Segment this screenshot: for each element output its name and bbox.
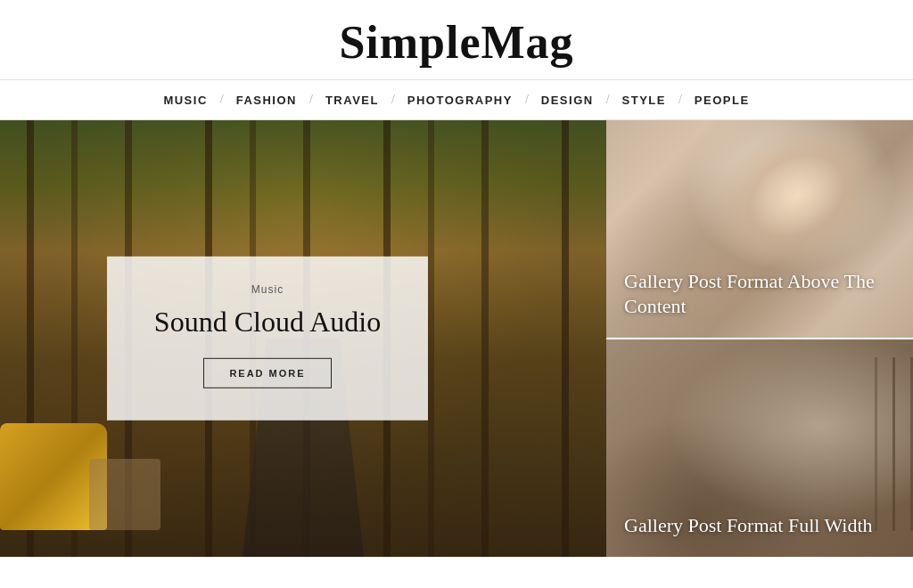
sidebar-post-top[interactable]: Gallery Post Format Above The Content <box>606 120 913 339</box>
sidebar-post-top-title: Gallery Post Format Above The Content <box>624 269 895 320</box>
featured-post[interactable]: Music Sound Cloud Audio READ MORE <box>0 120 606 557</box>
sidebar-post-bottom[interactable]: Gallery Post Format Full Width <box>606 339 913 557</box>
nav-link-music[interactable]: MUSIC <box>151 94 219 107</box>
nav-item-fashion: FASHION <box>224 94 309 107</box>
sidebar-post-bottom-title: Gallery Post Format Full Width <box>624 513 895 539</box>
nav-link-fashion[interactable]: FASHION <box>224 94 309 107</box>
content-area: Music Sound Cloud Audio READ MORE Galler… <box>0 120 913 557</box>
nav-item-design: DESIGN <box>529 94 606 107</box>
nav-link-travel[interactable]: TRAVEL <box>313 94 391 107</box>
sidebar-posts: Gallery Post Format Above The Content Ga… <box>606 120 913 557</box>
nav-item-people: PEOPLE <box>682 94 762 107</box>
post-title: Sound Cloud Audio <box>143 305 392 339</box>
nav-item-travel: TRAVEL <box>313 94 391 107</box>
nav-list: MUSIC / FASHION / TRAVEL / PHOTOGRAPHY /… <box>0 93 913 107</box>
nav-item-photography: PHOTOGRAPHY <box>395 94 525 107</box>
nav-item-music: MUSIC <box>151 94 219 107</box>
main-nav: MUSIC / FASHION / TRAVEL / PHOTOGRAPHY /… <box>0 79 913 120</box>
car-decoration <box>0 423 107 530</box>
nav-item-style: STYLE <box>610 94 679 107</box>
nav-link-design[interactable]: DESIGN <box>529 94 606 107</box>
nav-link-style[interactable]: STYLE <box>610 94 679 107</box>
site-header: SimpleMag <box>0 0 913 79</box>
post-category: Music <box>143 283 392 296</box>
read-more-button[interactable]: READ MORE <box>203 358 331 388</box>
nav-link-people[interactable]: PEOPLE <box>682 94 762 107</box>
site-title[interactable]: SimpleMag <box>0 16 913 69</box>
post-overlay: Music Sound Cloud Audio READ MORE <box>107 257 428 421</box>
nav-link-photography[interactable]: PHOTOGRAPHY <box>395 94 525 107</box>
